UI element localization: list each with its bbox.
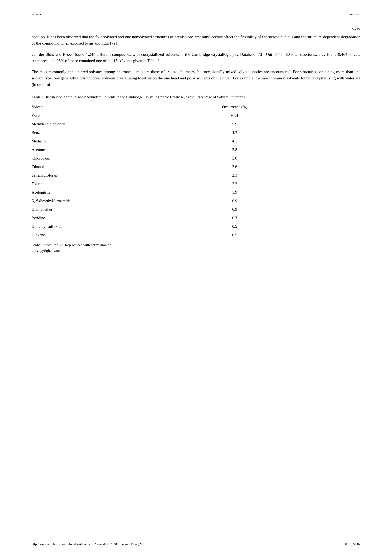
occurrence-cell: 0.5 <box>176 231 295 239</box>
table-section: Table 2 Distribution of the 15 Most Abun… <box>32 94 360 253</box>
table-caption: Table 2 Distribution of the 15 Most Abun… <box>32 94 360 100</box>
table-row: Acetone2.8 <box>32 145 295 154</box>
occurrence-cell: 2.8 <box>176 145 295 154</box>
table-row: Pyridine0.7 <box>32 214 295 222</box>
solvent-cell: Acetone <box>32 145 176 154</box>
table-caption-rest: Distribution of the 15 Most Abundant Sol… <box>43 95 245 99</box>
table-caption-bold: Table 2 <box>32 95 43 99</box>
occurrence-cell: 61.4 <box>176 111 295 120</box>
header-page-indicator: Página 1 de 1 <box>348 13 360 15</box>
occurrence-cell: 0.7 <box>176 214 295 222</box>
table-header-row: Solvent Occurrence (%) <box>32 103 295 111</box>
solvent-cell: Acetonitrile <box>32 188 176 197</box>
source-bold: Reproduced with permission of <box>65 243 111 247</box>
table-row: Acetonitrile1.9 <box>32 188 295 197</box>
data-table: Solvent Occurrence (%) Water61.4Methylen… <box>32 103 295 239</box>
solvent-cell: Diethyl ether <box>32 205 176 214</box>
solvent-cell: Benzene <box>32 128 176 137</box>
page: Document Página 1 de 1 Page 206 position… <box>0 0 392 554</box>
table-row: Methanol4.1 <box>32 137 295 145</box>
occurrence-cell: 2.8 <box>176 154 295 162</box>
source-italic: Source: <box>32 243 43 247</box>
table-row: Toluene2.2 <box>32 180 295 188</box>
source-rest: From Ref. 73. <box>43 243 65 247</box>
table-row: N,N-dimethylformamide0.9 <box>32 197 295 205</box>
page-number: Page 206 <box>32 28 360 31</box>
solvent-cell: Methylene dichloride <box>32 120 176 128</box>
occurrence-cell: 2.6 <box>176 162 295 171</box>
footer-url: http://www.netlibrary.com/nlreader/nlrea… <box>32 542 147 546</box>
solvent-cell: N,N-dimethylformamide <box>32 197 176 205</box>
page-header: Document Página 1 de 1 <box>32 13 360 15</box>
paragraph-1: position. It has been observed that the … <box>32 34 360 47</box>
header-document-label: Document <box>32 13 41 15</box>
table-row: Diethyl ether0.9 <box>32 205 295 214</box>
source-end: the copyright owner. <box>32 249 62 253</box>
solvent-cell: Dimethyl sulfoxide <box>32 222 176 231</box>
occurrence-cell: 1.9 <box>176 188 295 197</box>
solvent-cell: Chloroform <box>32 154 176 162</box>
solvent-cell: Pyridine <box>32 214 176 222</box>
occurrence-cell: 4.1 <box>176 137 295 145</box>
solvent-cell: Tetrahydrofuran <box>32 171 176 180</box>
solvent-cell: Methanol <box>32 137 176 145</box>
table-row: Methylene dichloride5.9 <box>32 120 295 128</box>
occurrence-cell: 0.9 <box>176 205 295 214</box>
table-row: Dioxane0.5 <box>32 231 295 239</box>
occurrence-cell: 5.9 <box>176 120 295 128</box>
col-header-occurrence: Occurrence (%) <box>176 103 295 111</box>
occurrence-cell: 2.3 <box>176 171 295 180</box>
solvent-cell: Water <box>32 111 176 120</box>
occurrence-cell: 2.2 <box>176 180 295 188</box>
table-row: Tetrahydrofuran2.3 <box>32 171 295 180</box>
italic-word: tert <box>195 35 200 39</box>
source-note: Source: From Ref. 73. Reproduced with pe… <box>32 242 360 253</box>
solvent-cell: Ethanol <box>32 162 176 171</box>
table-row: Benzene4.7 <box>32 128 295 137</box>
solvent-cell: Toluene <box>32 180 176 188</box>
paragraph-3: The most commonly encountered solvates a… <box>32 69 360 88</box>
occurrence-cell: 0.9 <box>176 197 295 205</box>
paragraph-2: van der Sluis and Kroon found 1,247 diff… <box>32 51 360 64</box>
occurrence-cell: 4.7 <box>176 128 295 137</box>
table-row: Water61.4 <box>32 111 295 120</box>
table-row: Ethanol2.6 <box>32 162 295 171</box>
page-footer: http://www.netlibrary.com/nlreader/nlrea… <box>0 540 392 546</box>
col-header-solvent: Solvent <box>32 103 176 111</box>
table-row: Chloroform2.8 <box>32 154 295 162</box>
solvent-cell: Dioxane <box>32 231 176 239</box>
table-row: Dimethyl sulfoxide0.5 <box>32 222 295 231</box>
occurrence-cell: 0.5 <box>176 222 295 231</box>
footer-date: 01/01/2007 <box>345 542 360 546</box>
